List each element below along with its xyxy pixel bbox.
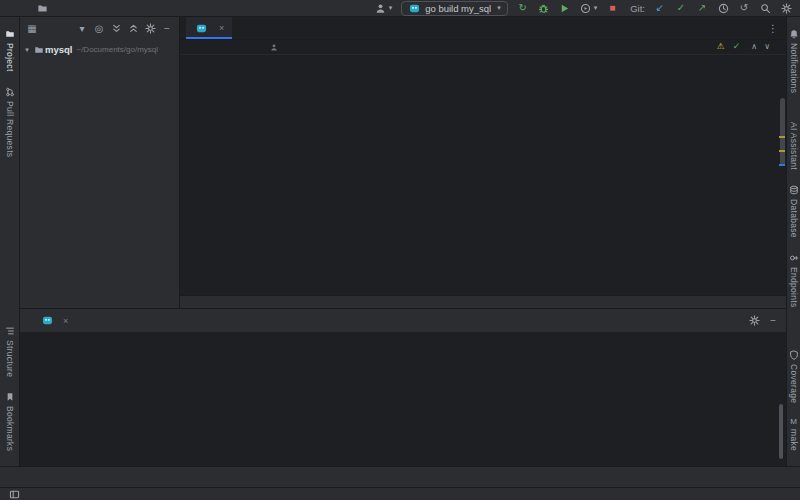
inspections-widget[interactable]: ⚠ ✓ ∧ ∨ xyxy=(717,41,770,51)
rollback-button[interactable]: ↺ xyxy=(738,2,750,14)
run-console[interactable] xyxy=(20,332,776,466)
strip-item-database[interactable]: Database xyxy=(788,177,800,245)
tool-window-bar xyxy=(0,466,800,487)
commit-icon: ✓ xyxy=(675,2,687,14)
search-everywhere-button[interactable] xyxy=(759,2,771,14)
tree-item-mysql[interactable]: ▾mysql~/Documents/go/mysql xyxy=(20,43,179,56)
chevron-down-icon[interactable]: ▾ xyxy=(22,46,32,54)
commit-button[interactable]: ✓ xyxy=(675,2,687,14)
git-label: Git: xyxy=(630,3,645,14)
run-settings-icon[interactable] xyxy=(748,315,760,327)
go-logo-icon xyxy=(408,2,420,14)
project-tree: ▾mysql~/Documents/go/mysql xyxy=(20,40,179,56)
breadcrumb xyxy=(30,2,54,14)
tree-item-label: mysql xyxy=(45,44,72,55)
editor-tab-bar: × ⋮ xyxy=(180,17,786,40)
bug-icon xyxy=(538,2,550,14)
right-tool-strip: NotificationsAI AssistantDatabaseEndpoin… xyxy=(786,17,800,466)
stop-button[interactable]: ■ xyxy=(606,2,618,14)
strip-item-make[interactable]: Mmake xyxy=(789,410,799,458)
strip-label: Bookmarks xyxy=(5,406,15,451)
settings-button[interactable] xyxy=(780,2,792,14)
debug-button[interactable] xyxy=(538,2,550,14)
locate-icon[interactable]: ◎ xyxy=(93,23,105,35)
strip-label: Structure xyxy=(5,340,15,377)
prev-problem-icon[interactable]: ∧ xyxy=(751,42,757,51)
strip-label: Coverage xyxy=(789,364,799,403)
push-button[interactable]: ↗ xyxy=(696,2,708,14)
expand-all-icon[interactable] xyxy=(110,23,122,35)
editor-scrollbar[interactable] xyxy=(780,98,785,166)
run-panel: × − xyxy=(20,308,786,466)
undo-icon: ↺ xyxy=(738,2,750,14)
next-problem-icon[interactable]: ∨ xyxy=(764,42,770,51)
hide-icon[interactable]: − xyxy=(161,23,173,35)
user-menu[interactable]: ▾ xyxy=(375,2,393,14)
rerun-button[interactable]: ↻ xyxy=(517,2,529,14)
update-project-button[interactable]: ↙ xyxy=(654,2,666,14)
bell-icon xyxy=(788,28,800,40)
settings-icon[interactable] xyxy=(144,23,156,35)
update-icon: ↙ xyxy=(654,2,666,14)
project-panel-header: ▦ ▾◎− xyxy=(20,17,179,40)
strip-item-bookmarks[interactable]: Bookmarks xyxy=(4,384,16,458)
strip-label: Notifications xyxy=(789,43,799,93)
go-file-icon xyxy=(195,22,207,34)
collapse-all-icon[interactable] xyxy=(127,23,139,35)
warning-stripe-mark xyxy=(779,150,785,152)
editor: × ⋮ ⚠ xyxy=(180,17,786,308)
tab-main-go[interactable]: × xyxy=(186,17,232,39)
folder-icon xyxy=(36,2,48,14)
strip-item-pull-requests[interactable]: Pull Requests xyxy=(4,79,16,164)
bookmarks-icon xyxy=(4,391,16,403)
options-caret-icon[interactable]: ▾ xyxy=(76,23,88,35)
close-tab-icon[interactable]: × xyxy=(219,23,224,33)
close-run-tab-icon[interactable]: × xyxy=(63,316,68,326)
structure-icon xyxy=(4,325,16,337)
run-coverage-button[interactable] xyxy=(559,2,571,14)
strip-item-endpoints[interactable]: Endpoints xyxy=(788,245,800,315)
tab-options-icon[interactable]: ⋮ xyxy=(768,23,778,34)
author-inlay[interactable] xyxy=(270,41,281,53)
rerun-icon: ↻ xyxy=(517,2,529,14)
run-tab[interactable]: × xyxy=(41,315,68,327)
editor-sticky-line[interactable] xyxy=(180,40,786,55)
author-icon xyxy=(270,41,278,53)
strip-label: Database xyxy=(789,199,799,238)
editor-body[interactable]: ⚠ ✓ ∧ ∨ xyxy=(180,40,786,295)
stop-icon: ■ xyxy=(606,2,618,14)
tool-windows-icon[interactable] xyxy=(8,488,20,500)
title-bar: ▾go build my_sql▾↻▾■Git:↙✓↗↺ xyxy=(0,0,800,17)
strip-label: Endpoints xyxy=(789,267,799,308)
go-file-icon xyxy=(41,315,53,327)
strip-item-notifications[interactable]: Notifications xyxy=(788,21,800,100)
check-icon: ✓ xyxy=(733,41,741,51)
gear-icon xyxy=(780,2,792,14)
history-button[interactable] xyxy=(717,2,729,14)
strip-item-structure[interactable]: Structure xyxy=(4,318,16,384)
main-toolbar: ▾go build my_sql▾↻▾■Git:↙✓↗↺ xyxy=(375,1,792,16)
left-tool-strip: ProjectPull RequestsStructureBookmarks xyxy=(0,17,20,466)
profiler-button[interactable]: ▾ xyxy=(580,2,598,14)
run-configuration-select[interactable]: go build my_sql▾ xyxy=(401,1,508,16)
folder-file-icon xyxy=(32,44,45,56)
console-scrollbar[interactable] xyxy=(779,404,783,459)
endpoints-icon xyxy=(788,252,800,264)
editor-breadcrumb[interactable] xyxy=(180,295,786,308)
strip-label: AI Assistant xyxy=(789,122,799,170)
push-icon: ↗ xyxy=(696,2,708,14)
strip-item-ai-assistant[interactable]: AI Assistant xyxy=(788,100,800,177)
strip-item-coverage[interactable]: Coverage xyxy=(788,342,800,410)
make-icon: M xyxy=(790,417,797,426)
project-view-icon: ▦ xyxy=(26,23,38,35)
minimize-run-panel-icon[interactable]: − xyxy=(770,315,776,326)
clock-icon xyxy=(717,2,729,14)
strip-item-project[interactable]: Project xyxy=(4,21,16,79)
chevron-down-icon: ▾ xyxy=(389,4,393,12)
coverage-icon xyxy=(559,2,571,14)
profiler-icon xyxy=(580,2,592,14)
ide-window: ▾go build my_sql▾↻▾■Git:↙✓↗↺ ProjectPull… xyxy=(0,0,800,500)
chevron-down-icon: ▾ xyxy=(594,4,598,12)
db-icon xyxy=(788,184,800,196)
folder-icon xyxy=(4,28,16,40)
